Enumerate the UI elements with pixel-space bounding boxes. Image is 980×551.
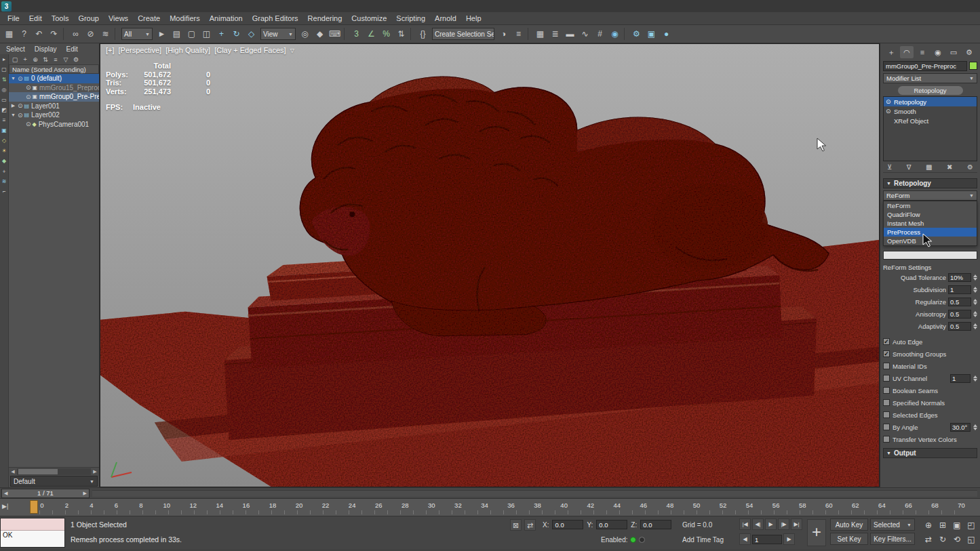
time-slider-back-icon[interactable]: ◀ [4,491,7,496]
current-frame-field[interactable]: 1 [752,535,782,544]
auto-edge-checkbox[interactable]: ✓ [883,338,890,345]
visibility-eye-icon[interactable]: ⊙ [18,75,23,82]
render-setup-icon[interactable]: ⚙ [629,27,644,41]
uv-channel-field[interactable]: 1 [950,374,971,383]
reference-coordinate-dropdown[interactable]: View▼ [260,28,296,40]
hierarchy-view-icon[interactable]: ≡ [52,56,60,63]
regularize-field[interactable]: 0.5 [948,298,971,306]
percent-snap-icon[interactable]: % [379,27,393,41]
spinner-arrows-icon[interactable] [973,424,977,430]
explorer-menu-edit[interactable]: Edit [62,45,82,54]
add-to-layer-icon[interactable]: ⊕ [31,56,39,63]
retopology-rollout-header[interactable]: ▼ Retopology [883,178,977,188]
listener-pane[interactable]: OK [1,531,64,547]
time-slider-track[interactable] [92,490,977,497]
expand-arrow-icon[interactable]: ▼ [10,113,16,117]
material-editor-icon[interactable]: ◉ [608,27,622,41]
set-key-button[interactable]: Set Key [830,533,868,545]
by-angle-checkbox[interactable] [883,424,890,430]
display-tab[interactable]: ▭ [947,46,960,58]
modifier-stack-row[interactable]: ⊙Retopology [884,97,977,106]
bind-to-space-warp-icon[interactable]: ≋ [98,27,113,41]
lock-cell-icon[interactable]: ▢ [1,66,8,73]
modifier-visibility-icon[interactable]: ⊙ [886,108,892,115]
coord-y-field[interactable]: 0.0 [596,520,627,529]
pin-stack-icon[interactable]: ⊻ [887,163,892,171]
zoom-icon[interactable]: ⊕ [922,518,935,532]
remove-modifier-icon[interactable]: ✖ [947,163,952,171]
current-frame-marker[interactable] [30,500,38,514]
menu-scripting[interactable]: Scripting [391,13,430,24]
key-filters-button[interactable]: Key Filters... [870,533,915,545]
menu-views[interactable]: Views [104,13,133,24]
quad-tolerance-field[interactable]: 10% [948,273,971,282]
maximize-viewport-icon[interactable]: ◱ [964,533,978,546]
spinner-arrows-icon[interactable] [973,299,977,305]
display-geometry-icon[interactable]: ▣ [1,127,8,134]
select-by-name-icon[interactable]: ▤ [170,27,184,41]
find-icon[interactable]: ◎ [1,86,8,94]
select-invert-icon[interactable]: ◩ [1,106,8,114]
anisotropy-field[interactable]: 0.5 [948,310,971,319]
explorer-hscrollbar[interactable] [17,468,91,475]
zoom-region-icon[interactable]: ◰ [964,518,978,532]
macro-recorder-pane[interactable] [1,518,64,531]
display-influences-icon[interactable]: ▸ [1,56,8,63]
viewport-menu-label[interactable]: [+] [106,46,115,54]
subdivision-field[interactable]: 1 [948,285,971,294]
menu-tools[interactable]: Tools [47,13,74,24]
display-bones-icon[interactable]: ⌐ [1,188,8,195]
explorer-row[interactable]: ▶⊙▤Layer001 [9,102,99,111]
menu-group[interactable]: Group [73,13,104,24]
explorer-sort-header[interactable]: Name (Sorted Ascending) [9,64,99,74]
render-production-icon[interactable]: ● [659,27,673,41]
explorer-row[interactable]: ▼⊙▤Layer002 [9,110,99,120]
configure-modifier-sets-icon[interactable]: ⚙ [967,163,973,171]
select-and-scale-icon[interactable]: ◇ [244,27,258,41]
modifier-stack-row[interactable]: ⊙Smooth [884,106,977,116]
visibility-eye-icon[interactable]: ⊙ [26,84,31,91]
create-tab[interactable]: ＋ [884,46,898,58]
by-angle-field[interactable]: 30.0° [950,423,971,432]
dropdown-option-instant-mesh[interactable]: Instant Mesh [884,219,977,228]
play-animation-icon[interactable]: ▶ [765,518,777,530]
menu-file[interactable]: File [3,13,24,24]
absolute-offset-toggle-icon[interactable]: ⇄ [524,519,536,531]
menu-edit[interactable]: Edit [24,13,47,24]
select-and-link-icon[interactable]: ∞ [68,27,83,41]
menu-create[interactable]: Create [133,13,165,24]
next-key-icon[interactable]: |▶ [778,518,789,530]
modifier-stack-row[interactable]: XRef Object [884,116,977,125]
object-name-field[interactable]: mmGroup0_Pre-Preproc [883,61,967,71]
go-to-end-icon[interactable]: ▶| [791,518,802,530]
selection-lock-icon[interactable]: ⊠ [510,519,522,531]
undo-icon[interactable]: ↶ [32,27,46,41]
previous-frame-icon[interactable]: ◀ [739,533,751,545]
filter-list-icon[interactable]: ▽ [62,56,70,63]
open-mini-curve-editor-icon[interactable]: ▶| [2,503,8,510]
previous-key-icon[interactable]: ◀| [752,518,764,530]
visibility-eye-icon[interactable]: ⊙ [26,94,31,100]
make-unique-icon[interactable]: ▩ [926,163,932,171]
output-rollout-header[interactable]: ▼ Output [883,448,977,458]
rendered-frame-window-icon[interactable]: ▣ [644,27,659,41]
scrollbar-thumb[interactable] [18,469,58,474]
collapse-arrow-icon[interactable]: ▶ [10,103,16,108]
track-bar[interactable]: ▶| 0246810121416182022242628303234363840… [0,498,980,516]
display-lights-icon[interactable]: ☀ [1,147,8,155]
zoom-extents-icon[interactable]: ▣ [950,518,964,532]
window-crossing-icon[interactable]: ◫ [199,27,214,41]
selection-filter-dropdown[interactable]: All▼ [121,28,153,40]
curve-editor-icon[interactable]: ∿ [578,27,592,41]
select-none-icon[interactable]: ▭ [1,96,8,104]
sort-icon[interactable]: ⇅ [41,56,50,63]
perspective-viewport[interactable]: [+][Perspective][High Quality][Clay + Ed… [100,43,880,487]
toggle-layer-explorer-icon[interactable]: ≣ [548,27,562,41]
named-selection-dropdown[interactable]: Create Selection Se▼ [432,28,494,40]
display-shapes-icon[interactable]: ◇ [1,137,8,144]
pin-explorer-icon[interactable]: ▢ [11,56,19,63]
use-pivot-center-icon[interactable]: ◎ [298,27,312,41]
keyboard-shortcut-override-icon[interactable]: ⌨ [328,27,342,41]
menu-customize[interactable]: Customize [347,13,391,24]
explorer-preset-dropdown[interactable]: Default ▼ [10,476,98,487]
